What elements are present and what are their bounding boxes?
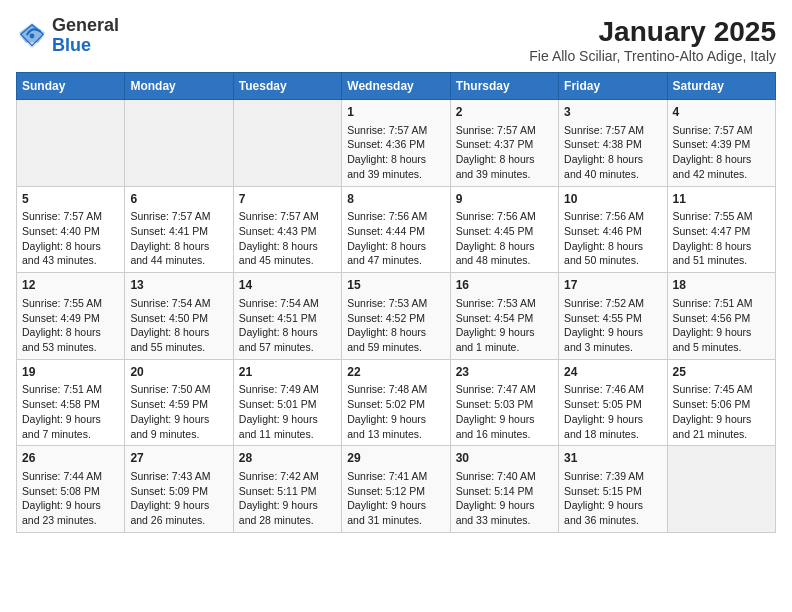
day-info: Sunset: 4:43 PM xyxy=(239,224,336,239)
calendar-cell: 24Sunrise: 7:46 AMSunset: 5:05 PMDayligh… xyxy=(559,359,667,446)
logo-blue: Blue xyxy=(52,35,91,55)
day-number: 7 xyxy=(239,191,336,208)
header-day-wednesday: Wednesday xyxy=(342,73,450,100)
calendar-cell: 9Sunrise: 7:56 AMSunset: 4:45 PMDaylight… xyxy=(450,186,558,273)
calendar-cell: 17Sunrise: 7:52 AMSunset: 4:55 PMDayligh… xyxy=(559,273,667,360)
day-info: Sunset: 4:59 PM xyxy=(130,397,227,412)
day-info: Sunrise: 7:53 AM xyxy=(347,296,444,311)
day-info: Sunset: 4:54 PM xyxy=(456,311,553,326)
day-info: Daylight: 8 hours xyxy=(456,152,553,167)
day-info: and 59 minutes. xyxy=(347,340,444,355)
calendar-cell: 1Sunrise: 7:57 AMSunset: 4:36 PMDaylight… xyxy=(342,100,450,187)
page-title: January 2025 xyxy=(529,16,776,48)
calendar-table: SundayMondayTuesdayWednesdayThursdayFrid… xyxy=(16,72,776,533)
day-number: 31 xyxy=(564,450,661,467)
day-info: Sunrise: 7:57 AM xyxy=(130,209,227,224)
day-info: Sunrise: 7:57 AM xyxy=(239,209,336,224)
logo-icon xyxy=(16,20,48,52)
calendar-cell: 19Sunrise: 7:51 AMSunset: 4:58 PMDayligh… xyxy=(17,359,125,446)
day-number: 13 xyxy=(130,277,227,294)
day-number: 21 xyxy=(239,364,336,381)
header-row: SundayMondayTuesdayWednesdayThursdayFrid… xyxy=(17,73,776,100)
day-info: Daylight: 8 hours xyxy=(239,325,336,340)
day-info: Sunset: 4:55 PM xyxy=(564,311,661,326)
svg-point-3 xyxy=(30,33,35,38)
day-info: Sunset: 5:11 PM xyxy=(239,484,336,499)
day-number: 28 xyxy=(239,450,336,467)
day-info: Daylight: 8 hours xyxy=(130,239,227,254)
day-number: 23 xyxy=(456,364,553,381)
day-number: 27 xyxy=(130,450,227,467)
day-number: 29 xyxy=(347,450,444,467)
day-info: Sunset: 5:06 PM xyxy=(673,397,770,412)
day-info: Daylight: 9 hours xyxy=(564,498,661,513)
calendar-week-2: 5Sunrise: 7:57 AMSunset: 4:40 PMDaylight… xyxy=(17,186,776,273)
day-info: Sunset: 4:41 PM xyxy=(130,224,227,239)
day-info: and 51 minutes. xyxy=(673,253,770,268)
day-info: Sunset: 4:51 PM xyxy=(239,311,336,326)
day-info: Sunrise: 7:48 AM xyxy=(347,382,444,397)
day-number: 24 xyxy=(564,364,661,381)
day-info: Daylight: 8 hours xyxy=(239,239,336,254)
calendar-cell: 10Sunrise: 7:56 AMSunset: 4:46 PMDayligh… xyxy=(559,186,667,273)
title-block: January 2025 Fie Allo Sciliar, Trentino-… xyxy=(529,16,776,64)
day-number: 22 xyxy=(347,364,444,381)
day-number: 10 xyxy=(564,191,661,208)
day-info: Sunset: 4:49 PM xyxy=(22,311,119,326)
day-info: Sunrise: 7:54 AM xyxy=(130,296,227,311)
day-info: and 21 minutes. xyxy=(673,427,770,442)
calendar-cell: 7Sunrise: 7:57 AMSunset: 4:43 PMDaylight… xyxy=(233,186,341,273)
day-info: and 5 minutes. xyxy=(673,340,770,355)
day-info: and 23 minutes. xyxy=(22,513,119,528)
day-info: Sunrise: 7:55 AM xyxy=(673,209,770,224)
day-info: and 7 minutes. xyxy=(22,427,119,442)
day-info: Sunset: 4:38 PM xyxy=(564,137,661,152)
day-number: 15 xyxy=(347,277,444,294)
calendar-cell xyxy=(17,100,125,187)
calendar-cell: 12Sunrise: 7:55 AMSunset: 4:49 PMDayligh… xyxy=(17,273,125,360)
header-day-sunday: Sunday xyxy=(17,73,125,100)
day-info: Sunset: 5:09 PM xyxy=(130,484,227,499)
calendar-cell: 21Sunrise: 7:49 AMSunset: 5:01 PMDayligh… xyxy=(233,359,341,446)
day-info: Sunrise: 7:56 AM xyxy=(347,209,444,224)
day-info: and 33 minutes. xyxy=(456,513,553,528)
day-info: Sunrise: 7:50 AM xyxy=(130,382,227,397)
calendar-cell: 18Sunrise: 7:51 AMSunset: 4:56 PMDayligh… xyxy=(667,273,775,360)
day-info: and 55 minutes. xyxy=(130,340,227,355)
calendar-cell: 25Sunrise: 7:45 AMSunset: 5:06 PMDayligh… xyxy=(667,359,775,446)
day-info: and 1 minute. xyxy=(456,340,553,355)
day-info: and 50 minutes. xyxy=(564,253,661,268)
day-info: Sunrise: 7:47 AM xyxy=(456,382,553,397)
day-info: and 16 minutes. xyxy=(456,427,553,442)
day-info: Daylight: 9 hours xyxy=(673,412,770,427)
calendar-cell: 20Sunrise: 7:50 AMSunset: 4:59 PMDayligh… xyxy=(125,359,233,446)
day-info: Daylight: 9 hours xyxy=(456,325,553,340)
day-info: Sunrise: 7:45 AM xyxy=(673,382,770,397)
calendar-cell: 28Sunrise: 7:42 AMSunset: 5:11 PMDayligh… xyxy=(233,446,341,533)
calendar-week-4: 19Sunrise: 7:51 AMSunset: 4:58 PMDayligh… xyxy=(17,359,776,446)
day-info: and 13 minutes. xyxy=(347,427,444,442)
day-info: Sunset: 5:05 PM xyxy=(564,397,661,412)
day-info: Sunrise: 7:49 AM xyxy=(239,382,336,397)
day-info: and 36 minutes. xyxy=(564,513,661,528)
day-info: Daylight: 8 hours xyxy=(564,152,661,167)
calendar-header: SundayMondayTuesdayWednesdayThursdayFrid… xyxy=(17,73,776,100)
day-info: Sunrise: 7:55 AM xyxy=(22,296,119,311)
calendar-cell: 13Sunrise: 7:54 AMSunset: 4:50 PMDayligh… xyxy=(125,273,233,360)
calendar-cell: 11Sunrise: 7:55 AMSunset: 4:47 PMDayligh… xyxy=(667,186,775,273)
day-info: Sunset: 4:36 PM xyxy=(347,137,444,152)
day-info: Sunset: 5:12 PM xyxy=(347,484,444,499)
calendar-week-1: 1Sunrise: 7:57 AMSunset: 4:36 PMDaylight… xyxy=(17,100,776,187)
day-info: Sunrise: 7:57 AM xyxy=(22,209,119,224)
header-day-saturday: Saturday xyxy=(667,73,775,100)
calendar-cell xyxy=(125,100,233,187)
calendar-cell: 15Sunrise: 7:53 AMSunset: 4:52 PMDayligh… xyxy=(342,273,450,360)
day-info: Sunset: 4:58 PM xyxy=(22,397,119,412)
calendar-cell: 27Sunrise: 7:43 AMSunset: 5:09 PMDayligh… xyxy=(125,446,233,533)
day-info: Daylight: 9 hours xyxy=(22,412,119,427)
day-number: 14 xyxy=(239,277,336,294)
day-info: Daylight: 9 hours xyxy=(564,325,661,340)
day-info: Sunset: 5:02 PM xyxy=(347,397,444,412)
day-info: Sunrise: 7:51 AM xyxy=(22,382,119,397)
day-info: Sunset: 5:08 PM xyxy=(22,484,119,499)
